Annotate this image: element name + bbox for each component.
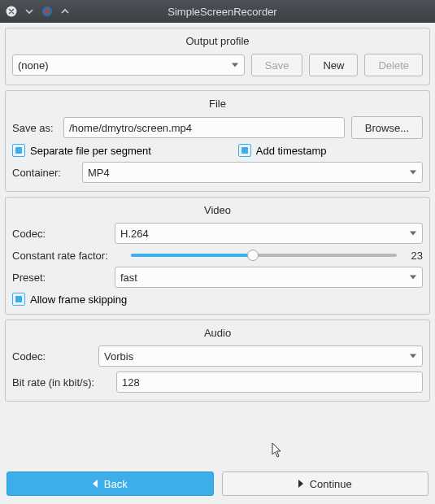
video-codec-label: Codec: <box>12 228 108 240</box>
separate-file-label: Separate file per segment <box>30 145 151 157</box>
audio-codec-select[interactable]: Vorbis <box>98 345 423 367</box>
titlebar: SimpleScreenRecorder <box>0 0 435 23</box>
frame-skipping-label: Allow frame skipping <box>30 293 127 306</box>
maximize-icon[interactable] <box>59 5 72 18</box>
delete-button[interactable]: Delete <box>364 54 423 76</box>
save-as-input[interactable] <box>63 117 345 138</box>
output-profile-group: Output profile (none) Save New Delete <box>5 28 430 85</box>
output-profile-title: Output profile <box>12 35 423 47</box>
crf-slider[interactable] <box>131 249 397 262</box>
frame-skipping-checkbox[interactable]: Allow frame skipping <box>12 293 127 306</box>
video-group: Video Codec: H.264 Constant rate factor:… <box>5 197 430 315</box>
save-as-label: Save as: <box>12 122 57 134</box>
continue-button[interactable]: Continue <box>222 471 429 496</box>
close-icon[interactable] <box>5 5 18 18</box>
bitrate-label: Bit rate (in kbit/s): <box>12 376 110 389</box>
audio-group: Audio Codec: Vorbis Bit rate (in kbit/s)… <box>5 319 430 402</box>
back-button[interactable]: Back <box>7 471 214 496</box>
video-title: Video <box>12 204 423 216</box>
svg-point-2 <box>45 9 50 14</box>
container-select[interactable]: MP4 <box>82 162 423 183</box>
crf-label: Constant rate factor: <box>12 250 124 262</box>
add-timestamp-checkbox[interactable]: Add timestamp <box>238 144 423 157</box>
arrow-right-icon <box>298 480 303 488</box>
file-group: File Save as: Browse... Separate file pe… <box>5 90 430 192</box>
audio-title: Audio <box>12 327 423 339</box>
app-icon <box>41 5 54 18</box>
nav-row: Back Continue <box>5 471 430 499</box>
bitrate-input[interactable] <box>116 371 423 393</box>
preset-label: Preset: <box>12 272 108 284</box>
crf-value: 23 <box>403 250 423 262</box>
arrow-left-icon <box>93 480 98 488</box>
video-codec-select[interactable]: H.264 <box>115 223 423 244</box>
window-title: SimpleScreenRecorder <box>72 6 373 18</box>
preset-select[interactable]: fast <box>115 267 423 288</box>
audio-codec-label: Codec: <box>12 350 92 363</box>
new-button[interactable]: New <box>309 54 358 76</box>
add-timestamp-label: Add timestamp <box>256 145 327 157</box>
profile-select[interactable]: (none) <box>12 54 245 76</box>
file-title: File <box>12 98 423 110</box>
save-button[interactable]: Save <box>251 54 303 76</box>
minimize-icon[interactable] <box>23 5 36 18</box>
separate-file-checkbox[interactable]: Separate file per segment <box>12 144 151 157</box>
browse-button[interactable]: Browse... <box>351 116 423 139</box>
container-label: Container: <box>12 167 76 179</box>
